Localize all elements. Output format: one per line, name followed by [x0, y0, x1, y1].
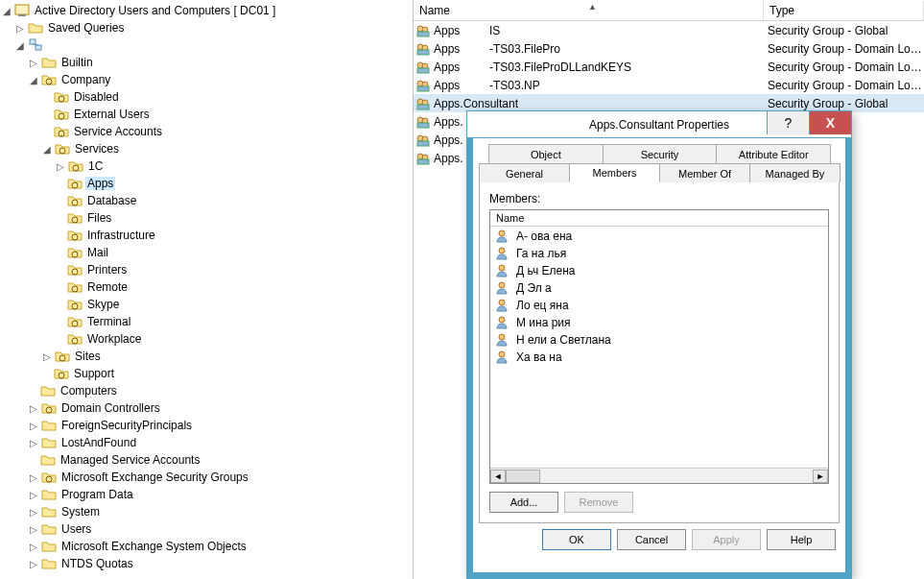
- add-button[interactable]: Add...: [489, 492, 558, 513]
- chevron-down-icon[interactable]: ◢: [27, 73, 40, 86]
- ou-icon: [67, 210, 83, 226]
- chevron-right-icon[interactable]: ▷: [27, 557, 40, 570]
- chevron-right-icon[interactable]: ▷: [40, 350, 54, 363]
- tree-fsp[interactable]: ▷ForeignSecurityPrincipals: [0, 417, 413, 434]
- chevron-right-icon[interactable]: ▷: [27, 419, 40, 432]
- folder-icon: [40, 383, 56, 398]
- tab-general[interactable]: General: [479, 163, 570, 182]
- tree-svc-apps[interactable]: Apps: [0, 175, 413, 192]
- member-row[interactable]: Ха ва на: [490, 349, 828, 366]
- col-header-type[interactable]: Type: [764, 1, 924, 20]
- horizontal-scrollbar[interactable]: ◄ ►: [490, 468, 828, 483]
- tree-svc-printers[interactable]: Printers: [0, 261, 413, 278]
- tree-svc-files[interactable]: Files: [0, 209, 413, 227]
- chevron-right-icon[interactable]: ▷: [27, 505, 40, 519]
- tree-computers[interactable]: Computers: [0, 382, 413, 399]
- chevron-right-icon[interactable]: ▷: [27, 470, 40, 484]
- tree-company[interactable]: ◢ Company: [0, 71, 413, 88]
- tab-security[interactable]: Security: [603, 144, 718, 163]
- member-row[interactable]: Ло ец яна: [490, 297, 828, 314]
- member-row[interactable]: Д Эл а: [490, 279, 828, 297]
- tree-svc-infra[interactable]: Infrastructure: [0, 227, 413, 244]
- chevron-down-icon[interactable]: ◢: [13, 38, 27, 52]
- tree-ntds[interactable]: ▷NTDS Quotas: [0, 555, 413, 572]
- tree-external-users[interactable]: External Users: [0, 106, 413, 123]
- tree-label: Database: [85, 194, 138, 207]
- chevron-right-icon[interactable]: ▷: [27, 56, 40, 69]
- tree-saved-queries[interactable]: ▷ Saved Queries: [0, 19, 413, 36]
- tree-svc-database[interactable]: Database: [0, 192, 413, 209]
- cancel-button[interactable]: Cancel: [617, 529, 686, 550]
- tab-managed-by[interactable]: Managed By: [749, 163, 841, 182]
- tree-mesg[interactable]: ▷Microsoft Exchange Security Groups: [0, 469, 413, 486]
- tree-progdata[interactable]: ▷Program Data: [0, 486, 413, 503]
- chevron-right-icon[interactable]: ▷: [54, 159, 67, 173]
- tab-panel-members: Members: Name А- ова енаГа на льяД ьч Ел…: [479, 181, 840, 523]
- help-button[interactable]: ?: [767, 111, 809, 134]
- svg-point-52: [499, 282, 505, 288]
- tree-svc-workplace[interactable]: Workplace: [0, 330, 413, 348]
- tree-root[interactable]: ◢ Active Directory Users and Computers […: [0, 2, 413, 19]
- chevron-down-icon[interactable]: ◢: [0, 4, 13, 17]
- tree-system[interactable]: ▷System: [0, 503, 413, 520]
- tree-domain-controllers[interactable]: ▷Domain Controllers: [0, 399, 413, 417]
- member-row[interactable]: Н ели а Светлана: [490, 331, 828, 349]
- scroll-left-icon[interactable]: ◄: [490, 470, 506, 483]
- col-header-name[interactable]: Name ▲: [414, 1, 764, 20]
- member-row[interactable]: А- ова ена: [490, 228, 828, 245]
- scroll-thumb[interactable]: [506, 470, 540, 483]
- tab-attribute-editor[interactable]: Attribute Editor: [716, 144, 831, 163]
- tree-meso[interactable]: ▷Microsoft Exchange System Objects: [0, 538, 413, 555]
- tree-svc-skype[interactable]: Skype: [0, 296, 413, 313]
- chevron-right-icon[interactable]: ▷: [27, 488, 40, 501]
- tree-service-accounts[interactable]: Service Accounts: [0, 123, 413, 140]
- dialog-footer: OK Cancel Apply Help: [479, 523, 840, 552]
- member-row[interactable]: Га на лья: [490, 245, 828, 262]
- list-row[interactable]: Apps-TS03.NPSecurity Group - Domain Loca…: [414, 76, 924, 94]
- help-button-footer[interactable]: Help: [767, 529, 836, 550]
- tree-disabled[interactable]: Disabled: [0, 88, 413, 106]
- tree-svc-remote[interactable]: Remote: [0, 278, 413, 296]
- tree-lostfound[interactable]: ▷LostAndFound: [0, 434, 413, 451]
- remove-button[interactable]: Remove: [564, 492, 633, 513]
- ou-icon: [41, 400, 57, 416]
- folder-icon: [41, 521, 57, 537]
- tree-support[interactable]: Support: [0, 365, 413, 382]
- chevron-right-icon[interactable]: ▷: [27, 401, 40, 415]
- chevron-right-icon[interactable]: ▷: [27, 522, 40, 536]
- members-col-header[interactable]: Name: [490, 210, 828, 227]
- members-list[interactable]: Name А- ова енаГа на льяД ьч ЕленаД Эл а…: [489, 209, 829, 484]
- close-button[interactable]: X: [809, 111, 851, 134]
- list-row[interactable]: Apps-TS03.FileProDLLandKEYSSecurity Grou…: [414, 58, 924, 76]
- tree-services[interactable]: ◢ Services: [0, 140, 413, 157]
- tab-member-of[interactable]: Member Of: [659, 163, 750, 182]
- tree-svc-terminal[interactable]: Terminal: [0, 313, 413, 330]
- list-cell-name2: -TS03.FileProDLLandKEYS: [489, 60, 631, 74]
- chevron-right-icon[interactable]: ▷: [13, 21, 27, 35]
- chevron-down-icon[interactable]: ◢: [40, 142, 54, 156]
- tree-builtin[interactable]: ▷ Builtin: [0, 54, 413, 71]
- tree-label: LostAndFound: [59, 436, 138, 449]
- group-icon: [415, 114, 431, 130]
- list-row[interactable]: Apps-TS03.FileProSecurity Group - Domain…: [414, 39, 924, 58]
- ok-button[interactable]: OK: [542, 529, 611, 550]
- chevron-right-icon[interactable]: ▷: [27, 540, 40, 553]
- member-row[interactable]: М ина рия: [490, 314, 828, 331]
- member-row[interactable]: Д ьч Елена: [490, 262, 828, 279]
- tree-svc-1c[interactable]: ▷1C: [0, 157, 413, 175]
- dialog-titlebar[interactable]: Apps.Consultant Properties ? X: [467, 111, 851, 138]
- members-col-label: Name: [496, 212, 524, 224]
- tree-svc-mail[interactable]: Mail: [0, 244, 413, 261]
- tab-object[interactable]: Object: [488, 144, 604, 163]
- scroll-right-icon[interactable]: ►: [813, 470, 828, 483]
- tree-users[interactable]: ▷Users: [0, 520, 413, 538]
- apply-button[interactable]: Apply: [692, 529, 761, 550]
- tree-label: Saved Queries: [46, 21, 126, 35]
- tab-members[interactable]: Members: [569, 163, 660, 182]
- tree-label: Remote: [85, 280, 130, 294]
- tree-msa[interactable]: Managed Service Accounts: [0, 451, 413, 469]
- tree-domain-root[interactable]: ◢: [0, 36, 413, 54]
- chevron-right-icon[interactable]: ▷: [27, 436, 40, 449]
- tree-sites[interactable]: ▷Sites: [0, 348, 413, 365]
- list-row[interactable]: AppsISSecurity Group - Global: [414, 21, 924, 39]
